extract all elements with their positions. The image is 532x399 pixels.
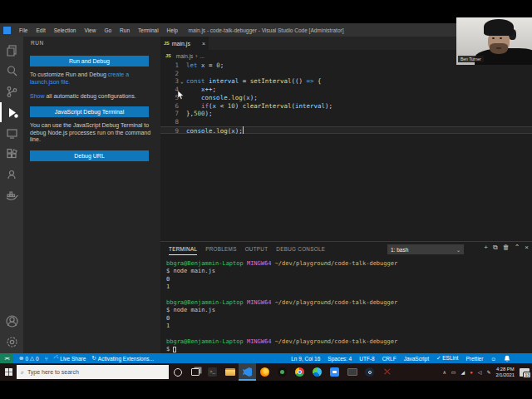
js-debug-terminal-button[interactable]: JavaScript Debug Terminal: [30, 106, 149, 117]
menu-file[interactable]: File: [15, 27, 32, 33]
code-line-5[interactable]: 5 console.log(x);: [160, 94, 532, 102]
taskbar-vscode-icon[interactable]: [239, 363, 256, 381]
volume-icon[interactable]: ◁: [478, 369, 482, 375]
tab-close-icon[interactable]: ×: [202, 41, 205, 47]
webcam-beanie: [484, 19, 514, 36]
run-and-debug-button[interactable]: Run and Debug: [30, 56, 149, 66]
webcam-overlay: Ben Turner: [456, 17, 532, 65]
code-line-7[interactable]: 7},500);: [160, 110, 532, 118]
code-text: console.log(x);: [186, 94, 258, 102]
taskbar-terminal-app-icon[interactable]: >_: [204, 363, 221, 381]
spinner-icon: ↻: [91, 355, 96, 362]
onedrive-alert-icon[interactable]: ●: [470, 370, 473, 375]
tab-main-js[interactable]: JS main.js ×: [160, 37, 209, 50]
code-area[interactable]: 1let x = 0;23⌄const interval = setInterv…: [160, 62, 532, 241]
terminal-tab-terminal[interactable]: TERMINAL: [169, 244, 197, 255]
fold-chevron-icon[interactable]: ⌄: [180, 77, 184, 86]
status-crlf[interactable]: CRLF: [382, 356, 397, 362]
settings-icon[interactable]: [0, 332, 23, 352]
tray-chevron-up-icon[interactable]: ∧: [442, 369, 446, 375]
terminal-tab-output[interactable]: OUTPUT: [245, 244, 268, 255]
menu-selection[interactable]: Selection: [50, 27, 81, 33]
vscode-logo-icon: [3, 27, 11, 34]
fork-status[interactable]: ⑂: [45, 356, 48, 362]
taskbar-red-tool-icon[interactable]: ⤫: [378, 363, 396, 381]
run-debug-icon[interactable]: [0, 102, 23, 122]
kill-terminal-icon[interactable]: 🗑: [503, 244, 510, 252]
taskbar-firefox-icon[interactable]: [256, 363, 273, 381]
remote-explorer-icon[interactable]: [0, 123, 23, 143]
shell-selector-value: 1: bash: [391, 247, 408, 253]
taskbar-chrome-icon[interactable]: [291, 363, 308, 381]
terminal-tab-problems[interactable]: PROBLEMS: [205, 244, 236, 255]
extensions-icon[interactable]: [0, 144, 23, 164]
taskbar-steam-icon[interactable]: [361, 363, 378, 381]
menu-bar: FileEditSelectionViewGoRunTerminalHelp: [15, 27, 182, 33]
explorer-icon[interactable]: [0, 40, 23, 60]
status-ln-9-col-16[interactable]: Ln 9, Col 16: [291, 356, 320, 362]
live-share-status[interactable]: ◠̇Live Share: [54, 355, 86, 362]
taskbar-search-input[interactable]: ⌕ Type here to search: [17, 365, 169, 379]
breadcrumb[interactable]: JS main.js › ...: [165, 51, 204, 61]
menu-help[interactable]: Help: [163, 27, 182, 33]
docker-icon[interactable]: [0, 185, 23, 205]
code-line-4[interactable]: 4 x++;: [160, 86, 532, 94]
menu-go[interactable]: Go: [100, 27, 116, 33]
source-control-icon[interactable]: [0, 81, 23, 101]
status-utf-8[interactable]: UTF-8: [359, 356, 374, 362]
shell-selector-dropdown[interactable]: 1: bash ⌄: [387, 244, 464, 254]
network-icon[interactable]: ◢: [461, 369, 466, 375]
broadcast-icon: ◠̇: [54, 355, 59, 362]
taskbar-screen-app-icon[interactable]: [343, 363, 361, 381]
taskbar-zoom-camera-icon[interactable]: [326, 363, 343, 381]
js-terminal-description: You can use the JavaScript Debug Termina…: [30, 122, 151, 144]
code-line-6[interactable]: 6 if(x < 10) clearInterval(interval);: [160, 102, 532, 111]
run-debug-sidebar: RUN Run and Debug To customize Run and D…: [23, 37, 160, 353]
menu-terminal[interactable]: Terminal: [134, 27, 163, 33]
status--eslint[interactable]: ✓ ESLint: [436, 355, 458, 362]
status-javascript[interactable]: JavaScript: [404, 356, 429, 362]
start-button[interactable]: [0, 363, 17, 381]
show-link[interactable]: Show: [30, 93, 45, 99]
remote-indicator[interactable]: ><: [0, 353, 13, 363]
menu-run[interactable]: Run: [116, 27, 134, 33]
code-line-8[interactable]: 8: [160, 118, 532, 126]
live-share-icon[interactable]: [0, 165, 23, 185]
code-text: x++;: [186, 86, 216, 94]
editor-group: JS main.js × JS main.js › ... 1let x = 0…: [160, 37, 532, 241]
code-line-2[interactable]: 2: [160, 70, 532, 78]
problems-status[interactable]: ⊗0 △0: [19, 355, 39, 362]
code-line-9[interactable]: 9console.log(x);: [160, 126, 532, 135]
search-placeholder: Type here to search: [27, 369, 79, 375]
split-terminal-icon[interactable]: ⧉: [493, 244, 498, 252]
debug-url-button[interactable]: Debug URL: [30, 150, 149, 161]
breadcrumb-file[interactable]: main.js: [176, 53, 194, 59]
menu-view[interactable]: View: [80, 27, 100, 33]
menu-edit[interactable]: Edit: [32, 27, 49, 33]
taskbar-file-explorer-icon[interactable]: [221, 363, 239, 381]
status-prettier[interactable]: Prettier: [466, 356, 483, 362]
taskbar-clock[interactable]: 4:28 PM 2/1/2021: [495, 367, 515, 377]
activating-extensions-status[interactable]: ↻Activating Extensions...: [91, 355, 154, 362]
code-line-3[interactable]: 3⌄const interval = setInterval(() => {: [160, 77, 532, 86]
screen: FileEditSelectionViewGoRunTerminalHelp m…: [0, 0, 532, 399]
search-icon[interactable]: [0, 61, 23, 81]
bell-icon[interactable]: [504, 355, 510, 362]
taskbar-cortana-icon[interactable]: [169, 363, 186, 381]
maximize-panel-icon[interactable]: ⌃: [515, 244, 520, 252]
display-icon[interactable]: ▭: [451, 369, 456, 375]
breadcrumb-more[interactable]: ...: [200, 53, 204, 59]
taskbar-task-view-icon[interactable]: [186, 363, 204, 381]
line-number: 2: [160, 70, 179, 78]
account-icon[interactable]: [0, 311, 23, 331]
notifications-icon[interactable]: 13: [520, 368, 530, 377]
status-spaces-4[interactable]: Spaces: 4: [328, 356, 352, 362]
new-terminal-icon[interactable]: +: [484, 244, 488, 252]
taskbar-edge-icon[interactable]: [308, 363, 326, 381]
terminal-tab-debug-console[interactable]: DEBUG CONSOLE: [276, 244, 325, 255]
feedback-smiley-icon[interactable]: ☺: [490, 356, 496, 362]
pen-icon[interactable]: ✎: [486, 369, 490, 375]
line-number: 7: [160, 110, 179, 118]
taskbar-obs-icon[interactable]: [273, 363, 291, 381]
close-panel-icon[interactable]: ×: [525, 244, 529, 252]
